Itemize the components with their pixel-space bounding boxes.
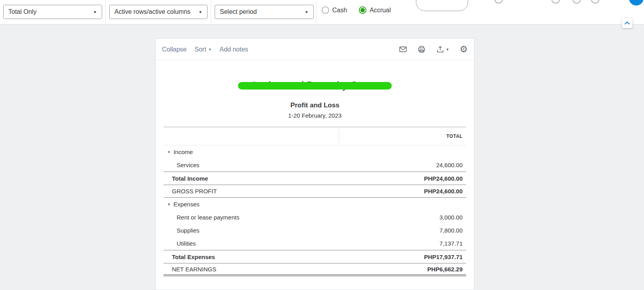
add-notes-link[interactable]: Add notes	[220, 46, 248, 53]
row-label: Expenses	[173, 201, 200, 208]
row-label: NET EARNINGS	[172, 266, 216, 273]
total-column-header: TOTAL	[446, 134, 463, 139]
row-label: Total Expenses	[172, 254, 215, 260]
row-value[interactable]: 7,800.00	[440, 227, 463, 234]
radio-label: Accrual	[370, 7, 391, 14]
chevron-up-icon	[625, 21, 630, 27]
collapse-label: Collapse	[162, 46, 187, 53]
collapse-link[interactable]: Collapse	[162, 46, 187, 53]
row-label: GROSS PROFIT	[172, 188, 217, 195]
radio-accrual[interactable]: Accrual	[359, 6, 391, 14]
email-icon[interactable]	[399, 45, 407, 53]
report-toolbar-links: Collapse Sort ▼ Add notes	[162, 46, 248, 53]
chevron-down-icon: ▼	[93, 10, 97, 14]
row-label: Total Income	[172, 175, 208, 182]
divider	[211, 0, 211, 24]
report-table-body: ▼IncomeServices24,600.00Total IncomePHP2…	[164, 145, 466, 276]
report-card: Collapse Sort ▼ Add notes	[155, 38, 474, 290]
table-row-total-expenses: Total ExpensesPHP17,937.71	[164, 250, 466, 263]
table-row-rent-or-lease-payments: Rent or lease payments3,000.00	[164, 211, 466, 224]
row-label: Services	[177, 162, 200, 168]
row-value[interactable]: 3,000.00	[440, 214, 463, 221]
add-notes-label: Add notes	[220, 46, 248, 53]
table-row-gross-profit: GROSS PROFITPHP24,600.00	[164, 185, 466, 198]
partial-header-icon	[551, 0, 560, 4]
table-row-income: ▼Income	[164, 145, 466, 158]
report-toolbar-icons: ▼ ⚙	[399, 45, 468, 54]
table-row-net-earnings: NET EARNINGSPHP6,662.29	[164, 263, 466, 276]
partial-header-icon	[591, 0, 600, 4]
radio-label: Cash	[332, 7, 347, 14]
row-value: PHP24,600.00	[424, 188, 463, 195]
row-value[interactable]: 24,600.00	[436, 162, 463, 168]
table-header-row: TOTAL	[164, 127, 466, 145]
row-label: Rent or lease payments	[177, 214, 239, 221]
radio-cash[interactable]: Cash	[322, 6, 347, 14]
divider	[316, 0, 316, 24]
collapse-section-icon[interactable]: ▼	[167, 150, 171, 154]
export-icon[interactable]: ▼	[436, 45, 449, 53]
row-value: PHP24,600.00	[424, 175, 463, 182]
partial-header-icon	[494, 0, 503, 4]
table-row-supplies: Supplies7,800.00	[164, 224, 466, 237]
rows-columns-dropdown[interactable]: Active rows/active columns ▼	[109, 5, 208, 19]
scroll-to-top-button[interactable]	[622, 18, 633, 28]
dropdown-value: Select period	[220, 8, 257, 15]
green-redaction-bar	[238, 82, 392, 90]
partial-header-icon	[572, 0, 581, 4]
row-value: PHP17,937.71	[424, 254, 463, 260]
row-label: Income	[173, 149, 193, 155]
dropdown-value: Total Only	[8, 8, 36, 15]
table-row-expenses: ▼Expenses	[164, 198, 466, 211]
column-divider	[339, 130, 339, 143]
profit-and-loss-table: TOTAL ▼IncomeServices24,600.00Total Inco…	[164, 127, 466, 276]
table-row-utilities: Utilities7,137.71	[164, 237, 466, 250]
report-period: 1-20 February, 2023	[156, 112, 474, 119]
table-row-services: Services24,600.00	[164, 158, 466, 172]
radio-circle-icon	[322, 6, 329, 14]
print-icon[interactable]	[417, 45, 426, 53]
report-title: Profit and Loss	[156, 101, 474, 109]
radio-selected-icon	[359, 6, 366, 14]
divider	[105, 0, 106, 24]
company-name: Lashes and Brows by Grace	[253, 79, 377, 91]
partial-pill-button[interactable]	[416, 0, 468, 11]
user-avatar[interactable]	[629, 0, 644, 6]
report-options-bar: Total Only ▼ Active rows/active columns …	[0, 0, 644, 25]
row-label: Utilities	[177, 240, 196, 247]
columns-dropdown[interactable]: Total Only ▼	[3, 5, 102, 19]
report-header: Lashes and Brows by Grace Profit and Los…	[156, 60, 474, 119]
dropdown-value: Active rows/active columns	[114, 8, 191, 15]
settings-gear-icon[interactable]: ⚙	[459, 45, 468, 54]
period-dropdown[interactable]: Select period ▼	[215, 5, 314, 19]
sort-link[interactable]: Sort ▼	[194, 46, 211, 53]
chevron-down-icon: ▼	[446, 48, 449, 52]
report-toolbar: Collapse Sort ▼ Add notes	[156, 39, 474, 60]
chevron-down-icon: ▼	[198, 10, 202, 14]
collapse-section-icon[interactable]: ▼	[167, 202, 171, 206]
table-row-total-income: Total IncomePHP24,600.00	[164, 172, 466, 185]
chevron-down-icon: ▼	[305, 10, 309, 14]
accounting-method-radio-group: Cash Accrual	[322, 6, 391, 14]
chevron-down-icon: ▼	[208, 48, 212, 52]
app-root: { "glyphs": { "caret_down": "▼" }, "colo…	[0, 0, 644, 290]
row-value[interactable]: 7,137.71	[440, 240, 463, 247]
sort-label: Sort	[194, 46, 206, 53]
row-value: PHP6,662.29	[427, 266, 463, 273]
row-label: Supplies	[177, 227, 200, 234]
